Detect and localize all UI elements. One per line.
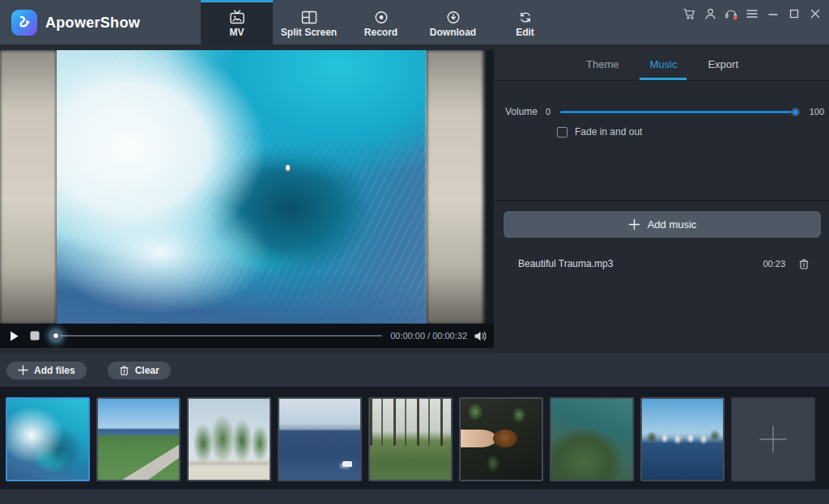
tab-theme[interactable]: Theme: [576, 50, 628, 80]
support-icon[interactable]: [724, 6, 738, 21]
tab-download[interactable]: Download: [417, 0, 489, 44]
brand: ApowerShow: [11, 10, 140, 36]
apowershow-window: ApowerShow MV Split Screen Record: [0, 0, 829, 504]
app-title: ApowerShow: [45, 15, 140, 32]
tab-label: Record: [364, 27, 397, 38]
tab-record[interactable]: Record: [345, 0, 417, 44]
clear-button[interactable]: Clear: [108, 362, 171, 379]
fade-label: Fade in and out: [575, 126, 642, 138]
trash-icon: [119, 365, 130, 376]
volume-max: 100: [810, 107, 824, 116]
thumbnail-banana-plants[interactable]: [187, 397, 271, 481]
horizontal-scrollbar[interactable]: [0, 489, 829, 504]
tab-split-screen[interactable]: Split Screen: [273, 0, 345, 44]
thumbnail-harbor[interactable]: [640, 397, 725, 481]
window-controls: [682, 6, 823, 21]
tab-edit[interactable]: Edit: [489, 0, 561, 44]
music-track-row[interactable]: Beautiful Trauma.mp3 00:23: [504, 254, 821, 273]
volume-row: Volume 0 100: [495, 104, 829, 120]
menu-icon[interactable]: [745, 6, 759, 21]
fade-checkbox[interactable]: [557, 127, 568, 138]
pillarbox-left: [0, 50, 57, 324]
minimize-icon[interactable]: [766, 6, 780, 21]
main-tab-bar: MV Split Screen Record Download: [201, 0, 561, 44]
maximize-icon[interactable]: [787, 6, 801, 21]
thumbnail-strip: [0, 387, 829, 489]
add-music-button[interactable]: Add music: [504, 211, 821, 238]
thumbnail-wave[interactable]: [6, 397, 90, 481]
music-panel: Theme Music Export Volume 0 100 Fade in …: [495, 50, 829, 354]
add-files-button[interactable]: Add files: [6, 362, 87, 379]
fade-row: Fade in and out: [557, 126, 642, 138]
app-logo-icon: [11, 10, 37, 36]
video-frame-wave: [57, 50, 427, 324]
add-thumbnail-tile[interactable]: [731, 397, 815, 481]
close-icon[interactable]: [808, 6, 823, 21]
thumbnail-rocky-coast[interactable]: [550, 397, 634, 481]
volume-thumb[interactable]: [791, 108, 800, 116]
download-icon: [444, 10, 462, 25]
delete-track-icon[interactable]: [798, 258, 810, 270]
tab-export[interactable]: Export: [698, 50, 748, 80]
volume-label: Volume: [505, 106, 538, 117]
progress-track[interactable]: [52, 335, 382, 337]
panel-tab-bar: Theme Music Export: [495, 50, 829, 81]
track-name: Beautiful Trauma.mp3: [518, 258, 763, 269]
thumbnail-hand-spoon[interactable]: [459, 397, 543, 481]
tab-label: Split Screen: [281, 27, 337, 38]
player-bar: 00:00:00 / 00:00:32: [0, 324, 494, 348]
stop-button[interactable]: [24, 325, 45, 346]
pillarbox-right: [427, 50, 483, 324]
clear-label: Clear: [135, 365, 159, 376]
add-music-label: Add music: [648, 218, 697, 231]
tab-label: MV: [230, 27, 244, 38]
volume-min: 0: [546, 107, 551, 116]
tab-label: Download: [430, 27, 476, 38]
tv-icon: [228, 10, 246, 25]
plus-icon: [18, 365, 28, 375]
progress-slider[interactable]: [52, 325, 382, 346]
cart-icon[interactable]: [682, 6, 696, 21]
thumbnail-coast-path[interactable]: [96, 397, 181, 481]
surfer: [286, 165, 290, 172]
title-bar: ApowerShow MV Split Screen Record: [0, 0, 829, 44]
thumbnail-ocean-horizon[interactable]: [278, 397, 362, 481]
volume-track[interactable]: [560, 111, 800, 113]
track-duration: 00:23: [763, 259, 785, 269]
tab-label: Edit: [516, 27, 534, 38]
play-button[interactable]: [3, 325, 24, 346]
thumbnail-forest[interactable]: [368, 397, 453, 481]
timecode: 00:00:00 / 00:00:32: [390, 331, 467, 341]
record-icon: [372, 10, 390, 25]
plus-icon: [628, 218, 640, 231]
split-screen-icon: [300, 10, 318, 25]
edit-sync-icon: [517, 10, 534, 25]
plus-icon: [756, 422, 790, 456]
video-preview: [0, 50, 494, 324]
account-icon[interactable]: [703, 6, 717, 21]
panel-divider: [495, 200, 829, 201]
tab-mv[interactable]: MV: [201, 0, 273, 44]
progress-thumb[interactable]: [52, 332, 60, 340]
tab-music[interactable]: Music: [640, 50, 687, 80]
volume-slider[interactable]: [560, 104, 800, 120]
add-files-label: Add files: [34, 365, 75, 376]
speaker-icon[interactable]: [474, 330, 487, 342]
files-toolbar: Add files Clear: [0, 354, 829, 387]
